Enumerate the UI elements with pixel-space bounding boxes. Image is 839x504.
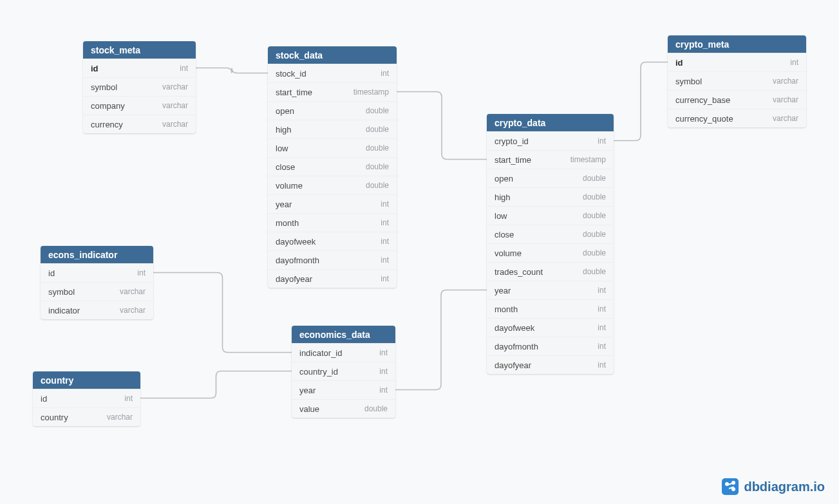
table-header[interactable]: stock_data bbox=[268, 46, 397, 64]
table-row[interactable]: valuedouble bbox=[292, 399, 395, 418]
table-row[interactable]: opendouble bbox=[487, 169, 614, 187]
column-type: int bbox=[381, 69, 389, 78]
column-type: double bbox=[366, 181, 389, 190]
column-name: currency bbox=[91, 120, 123, 129]
table-crypto_meta[interactable]: crypto_metaidintsymbolvarcharcurrency_ba… bbox=[668, 35, 806, 127]
table-row[interactable]: currencyvarchar bbox=[83, 115, 196, 133]
column-type: double bbox=[366, 144, 389, 153]
table-row[interactable]: symbolvarchar bbox=[41, 282, 153, 301]
column-type: int bbox=[381, 237, 389, 246]
table-row[interactable]: lowdouble bbox=[487, 206, 614, 225]
column-name: currency_quote bbox=[675, 114, 733, 124]
logo-text: dbdiagram.io bbox=[744, 480, 825, 494]
table-row[interactable]: trades_countdouble bbox=[487, 262, 614, 281]
column-name: id bbox=[91, 64, 99, 73]
column-type: timestamp bbox=[354, 88, 389, 97]
table-header[interactable]: crypto_data bbox=[487, 114, 614, 131]
table-stock_data[interactable]: stock_datastock_idintstart_timetimestamp… bbox=[268, 46, 397, 288]
column-type: varchar bbox=[773, 95, 798, 104]
table-country[interactable]: countryidintcountryvarchar bbox=[33, 371, 140, 426]
table-row[interactable]: dayofweekint bbox=[268, 232, 397, 250]
table-row[interactable]: idint bbox=[33, 389, 140, 407]
table-row[interactable]: highdouble bbox=[487, 187, 614, 206]
column-type: double bbox=[583, 267, 606, 276]
table-row[interactable]: highdouble bbox=[268, 120, 397, 138]
table-row[interactable]: dayofmonthint bbox=[268, 250, 397, 269]
table-row[interactable]: yearint bbox=[292, 380, 395, 399]
table-row[interactable]: indicator_idint bbox=[292, 343, 395, 362]
table-row[interactable]: currency_quotevarchar bbox=[668, 109, 806, 127]
table-row[interactable]: stock_idint bbox=[268, 64, 397, 82]
table-crypto_data[interactable]: crypto_datacrypto_idintstart_timetimesta… bbox=[487, 114, 614, 374]
table-row[interactable]: symbolvarchar bbox=[668, 71, 806, 90]
table-row[interactable]: dayofyearint bbox=[487, 355, 614, 374]
column-name: dayofmonth bbox=[276, 256, 319, 265]
table-row[interactable]: dayofyearint bbox=[268, 269, 397, 288]
column-type: double bbox=[583, 248, 606, 257]
column-type: timestamp bbox=[570, 155, 606, 164]
table-row[interactable]: monthint bbox=[487, 299, 614, 318]
table-row[interactable]: idint bbox=[41, 263, 153, 282]
table-header[interactable]: economics_data bbox=[292, 326, 395, 343]
column-type: varchar bbox=[162, 120, 188, 129]
diagram-canvas[interactable]: stock_metaidintsymbolvarcharcompanyvarch… bbox=[0, 0, 839, 504]
column-name: id bbox=[41, 394, 47, 404]
table-row[interactable]: currency_basevarchar bbox=[668, 90, 806, 109]
table-row[interactable]: country_idint bbox=[292, 362, 395, 380]
column-name: indicator bbox=[48, 306, 80, 315]
column-type: double bbox=[366, 162, 389, 171]
column-type: int bbox=[137, 268, 146, 277]
table-row[interactable]: opendouble bbox=[268, 101, 397, 120]
table-row[interactable]: volumedouble bbox=[268, 176, 397, 194]
column-name: high bbox=[276, 125, 292, 135]
column-type: int bbox=[180, 64, 188, 73]
column-name: value bbox=[299, 404, 319, 414]
table-header[interactable]: country bbox=[33, 371, 140, 389]
table-row[interactable]: closedouble bbox=[487, 225, 614, 243]
column-name: id bbox=[675, 58, 683, 68]
table-row[interactable]: dayofmonthint bbox=[487, 337, 614, 355]
column-type: varchar bbox=[120, 287, 146, 296]
column-name: close bbox=[495, 230, 514, 239]
table-row[interactable]: volumedouble bbox=[487, 243, 614, 262]
table-row[interactable]: idint bbox=[83, 59, 196, 77]
table-stock_meta[interactable]: stock_metaidintsymbolvarcharcompanyvarch… bbox=[83, 41, 196, 133]
table-header[interactable]: crypto_meta bbox=[668, 35, 806, 53]
column-name: stock_id bbox=[276, 69, 306, 79]
table-header[interactable]: stock_meta bbox=[83, 41, 196, 59]
column-type: double bbox=[583, 174, 606, 183]
table-row[interactable]: yearint bbox=[268, 194, 397, 213]
column-type: double bbox=[583, 230, 606, 239]
table-row[interactable]: crypto_idint bbox=[487, 131, 614, 150]
column-name: open bbox=[495, 174, 513, 183]
column-name: dayofyear bbox=[495, 360, 531, 370]
table-row[interactable]: idint bbox=[668, 53, 806, 71]
table-row[interactable]: indicatorvarchar bbox=[41, 301, 153, 319]
table-row[interactable]: countryvarchar bbox=[33, 407, 140, 426]
column-name: start_time bbox=[276, 88, 312, 97]
table-row[interactable]: dayofweekint bbox=[487, 318, 614, 337]
table-row[interactable]: yearint bbox=[487, 281, 614, 299]
column-name: dayofyear bbox=[276, 274, 312, 284]
column-name: crypto_id bbox=[495, 136, 529, 146]
table-row[interactable]: symbolvarchar bbox=[83, 77, 196, 96]
column-name: country bbox=[41, 413, 68, 422]
column-type: varchar bbox=[773, 77, 798, 86]
column-type: int bbox=[598, 286, 606, 295]
table-header[interactable]: econs_indicator bbox=[41, 246, 153, 263]
column-name: year bbox=[276, 200, 292, 209]
table-econs_indicator[interactable]: econs_indicatoridintsymbolvarcharindicat… bbox=[41, 246, 153, 319]
column-type: int bbox=[379, 367, 388, 376]
column-name: open bbox=[276, 106, 294, 116]
table-row[interactable]: closedouble bbox=[268, 157, 397, 176]
table-economics_data[interactable]: economics_dataindicator_idintcountry_idi… bbox=[292, 326, 395, 418]
column-type: varchar bbox=[107, 413, 133, 422]
table-row[interactable]: start_timetimestamp bbox=[487, 150, 614, 169]
table-row[interactable]: companyvarchar bbox=[83, 96, 196, 115]
column-type: int bbox=[598, 360, 606, 369]
table-row[interactable]: monthint bbox=[268, 213, 397, 232]
table-row[interactable]: lowdouble bbox=[268, 138, 397, 157]
column-name: company bbox=[91, 101, 125, 111]
column-type: double bbox=[366, 106, 389, 115]
table-row[interactable]: start_timetimestamp bbox=[268, 82, 397, 101]
